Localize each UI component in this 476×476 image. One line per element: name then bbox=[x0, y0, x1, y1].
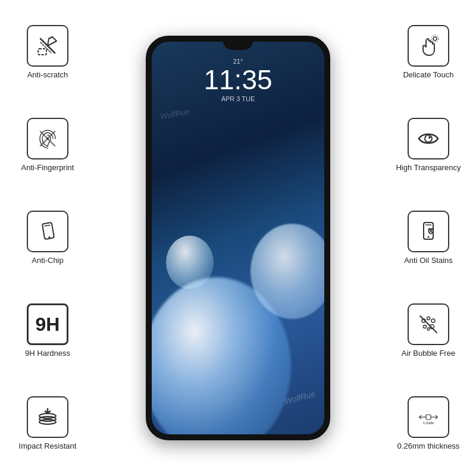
feature-high-transparency: High Transparency bbox=[396, 118, 461, 173]
svg-point-29 bbox=[427, 328, 430, 330]
feature-anti-chip: Anti-Chip bbox=[27, 211, 68, 265]
bubble-free-icon bbox=[416, 312, 440, 336]
impact-resistant-label: Impact Resistant bbox=[19, 441, 77, 451]
watermark-top: WolfRue bbox=[159, 107, 190, 121]
anti-scratch-icon-box bbox=[27, 25, 68, 67]
left-features-column: Anti-scratch Anti-Fingerprint bbox=[0, 0, 95, 476]
date-display: APR 3 TUE bbox=[203, 95, 272, 102]
9h-hardness-label: 9H Hardness bbox=[25, 349, 70, 358]
svg-point-16 bbox=[431, 35, 439, 42]
svg-point-21 bbox=[428, 236, 430, 238]
main-container: Anti-scratch Anti-Fingerprint bbox=[0, 0, 476, 476]
svg-point-25 bbox=[427, 317, 430, 320]
anti-chip-label: Anti-Chip bbox=[32, 256, 63, 265]
time-display: 11:35 bbox=[203, 65, 272, 95]
air-bubble-icon-box bbox=[408, 303, 449, 345]
thickness-icon-box: 0.26MM bbox=[408, 396, 449, 438]
feature-9h-hardness: 9H 9H Hardness bbox=[25, 303, 70, 358]
svg-point-15 bbox=[433, 37, 437, 40]
9h-hardness-icon-box: 9H bbox=[27, 303, 68, 345]
screen-content: 21° 11:35 APR 3 TUE WolfRue WolfRue bbox=[148, 50, 328, 438]
impact-resistant-icon-box bbox=[27, 396, 68, 438]
delicate-touch-icon-box bbox=[408, 25, 449, 67]
svg-rect-8 bbox=[42, 223, 54, 239]
feature-anti-fingerprint: Anti-Fingerprint bbox=[21, 118, 74, 173]
feature-anti-scratch: Anti-scratch bbox=[27, 25, 68, 80]
anti-fingerprint-icon-box bbox=[27, 118, 68, 159]
anti-fingerprint-label: Anti-Fingerprint bbox=[21, 163, 74, 173]
high-transparency-label: High Transparency bbox=[396, 163, 461, 173]
phone-display-area: 21° 11:35 APR 3 TUE WolfRue WolfRue bbox=[95, 0, 381, 476]
high-transparency-icon-box bbox=[408, 118, 449, 159]
svg-rect-2 bbox=[38, 49, 46, 55]
svg-point-27 bbox=[423, 325, 426, 328]
fingerprint-icon bbox=[36, 127, 60, 151]
phone-notch bbox=[223, 38, 253, 50]
feature-thickness: 0.26MM 0.26mm thickness bbox=[397, 396, 460, 451]
temperature-display: 21° bbox=[203, 58, 272, 65]
clock-area: 21° 11:35 APR 3 TUE bbox=[203, 58, 272, 102]
svg-point-7 bbox=[46, 137, 49, 140]
bubble-secondary bbox=[250, 224, 328, 319]
bubble-decoration bbox=[148, 212, 328, 438]
thickness-diagram-icon: 0.26MM bbox=[416, 405, 440, 429]
svg-point-17 bbox=[425, 135, 432, 142]
anti-oil-icon-box bbox=[408, 211, 449, 252]
thickness-label: 0.26mm thickness bbox=[397, 441, 460, 451]
delicate-touch-label: Delicate Touch bbox=[403, 70, 453, 80]
feature-air-bubble-free: Air Bubble Free bbox=[402, 303, 455, 358]
feature-impact-resistant: Impact Resistant bbox=[19, 396, 77, 451]
svg-point-26 bbox=[431, 319, 435, 322]
anti-scratch-label: Anti-scratch bbox=[27, 70, 68, 80]
chip-icon bbox=[36, 220, 60, 243]
impact-icon bbox=[36, 405, 60, 429]
eye-icon bbox=[416, 127, 440, 151]
anti-chip-icon-box bbox=[27, 211, 68, 252]
phone-screen: 21° 11:35 APR 3 TUE WolfRue WolfRue bbox=[148, 38, 328, 438]
right-features-column: Delicate Touch High Transparency bbox=[381, 0, 476, 476]
scratch-icon bbox=[36, 34, 60, 58]
svg-line-9 bbox=[45, 225, 51, 226]
feature-delicate-touch: Delicate Touch bbox=[403, 25, 453, 80]
phone-shield-icon bbox=[416, 220, 440, 243]
svg-text:0.26MM: 0.26MM bbox=[423, 421, 434, 425]
touch-icon bbox=[416, 34, 440, 58]
svg-rect-33 bbox=[426, 415, 431, 419]
feature-anti-oil-stains: Anti Oil Stains bbox=[404, 211, 453, 265]
anti-oil-label: Anti Oil Stains bbox=[404, 256, 453, 265]
bubble-tertiary bbox=[166, 236, 214, 289]
9h-text: 9H bbox=[36, 315, 60, 334]
air-bubble-free-label: Air Bubble Free bbox=[402, 349, 455, 358]
svg-point-18 bbox=[428, 136, 431, 139]
phone-frame: 21° 11:35 APR 3 TUE WolfRue WolfRue bbox=[146, 36, 330, 440]
